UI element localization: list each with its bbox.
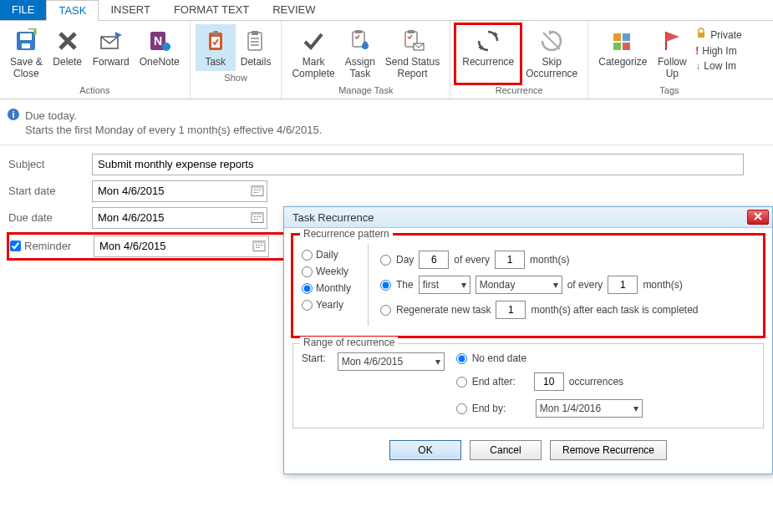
- svg-point-15: [363, 42, 367, 46]
- tab-format-text[interactable]: FORMAT TEXT: [162, 0, 261, 20]
- tab-file[interactable]: FILE: [0, 0, 46, 20]
- details-label: Details: [241, 56, 272, 68]
- opt-day-text2: month(s): [530, 254, 569, 266]
- svg-rect-29: [252, 212, 263, 215]
- calendar-icon[interactable]: [251, 210, 264, 225]
- tab-insert[interactable]: INSERT: [99, 0, 161, 20]
- svg-point-6: [162, 43, 170, 51]
- opt-day-radio[interactable]: [380, 255, 391, 266]
- start-date-label: Start date: [8, 185, 92, 197]
- ribbon-group-show: Task Details Show: [191, 21, 282, 99]
- followup-button[interactable]: Follow Up: [652, 24, 692, 84]
- reminder-checkbox[interactable]: [10, 241, 21, 251]
- group-label-actions: Actions: [5, 84, 185, 97]
- reminder-label-wrap: Reminder: [10, 240, 94, 252]
- delete-icon: [54, 28, 81, 54]
- skip-icon: [538, 28, 565, 54]
- close-icon: [753, 211, 763, 224]
- assign-task-button[interactable]: Assign Task: [340, 24, 380, 84]
- due-date-input[interactable]: [92, 207, 267, 229]
- task-view-button[interactable]: Task: [196, 24, 236, 71]
- high-label: High Im: [702, 45, 736, 57]
- freq-weekly-label: Weekly: [316, 266, 348, 267]
- svg-rect-31: [253, 241, 265, 243]
- info-line2: Starts the first Monday of every 1 month…: [25, 124, 322, 136]
- task-icon: [202, 28, 229, 54]
- svg-rect-17: [408, 30, 414, 33]
- opt-day-text1: of every: [454, 254, 490, 266]
- recurrence-button[interactable]: Recurrence: [455, 24, 521, 84]
- ribbon-group-recurrence: Recurrence Skip Occurrence Recurrence: [450, 21, 588, 99]
- send-status-label: Send Status Report: [385, 56, 440, 80]
- forward-label: Forward: [93, 56, 130, 68]
- reminder-label: Reminder: [24, 240, 71, 252]
- close-button[interactable]: [747, 210, 769, 225]
- group-label-recurrence: Recurrence: [455, 84, 582, 97]
- svg-rect-22: [623, 43, 630, 50]
- calendar-icon[interactable]: [251, 183, 264, 199]
- tab-task[interactable]: TASK: [46, 0, 99, 21]
- high-importance-button[interactable]: ! High Im: [695, 43, 736, 58]
- svg-rect-23: [698, 33, 704, 38]
- details-button[interactable]: Details: [236, 24, 277, 71]
- recurrence-label: Recurrence: [462, 56, 514, 68]
- onenote-label: OneNote: [140, 56, 180, 68]
- tags-small-list: Private ! High Im ↓ Low Im: [692, 24, 745, 84]
- exclaim-icon: !: [695, 45, 699, 57]
- due-date-label: Due date: [8, 211, 92, 224]
- ribbon-group-tags: Categorize Follow Up Private ! High Im: [588, 21, 750, 99]
- dialog-title-bar: Task Recurrence: [284, 207, 772, 228]
- send-status-button[interactable]: Send Status Report: [380, 24, 445, 84]
- info-line1: Due today.: [25, 109, 77, 122]
- send-status-icon: [399, 28, 426, 54]
- recurrence-dialog: Task Recurrence Recurrence pattern Daily…: [283, 206, 773, 267]
- forward-icon: [98, 28, 125, 54]
- group-label-show: Show: [196, 71, 277, 84]
- freq-daily-label: Daily: [316, 249, 338, 261]
- onenote-button[interactable]: N OneNote: [135, 24, 185, 84]
- low-importance-button[interactable]: ↓ Low Im: [695, 58, 736, 73]
- down-arrow-icon: ↓: [695, 60, 700, 72]
- task-view-label: Task: [205, 56, 226, 68]
- private-button[interactable]: Private: [695, 26, 741, 43]
- dialog-title: Task Recurrence: [292, 211, 374, 224]
- mark-complete-button[interactable]: Mark Complete: [287, 24, 339, 84]
- skip-occurrence-button[interactable]: Skip Occurrence: [521, 24, 582, 84]
- mark-complete-label: Mark Complete: [292, 56, 334, 80]
- opt-day-num[interactable]: [419, 251, 449, 267]
- check-icon: [300, 28, 327, 54]
- save-close-button[interactable]: Save & Close: [5, 24, 48, 84]
- freq-weekly[interactable]: Weekly: [302, 266, 361, 267]
- svg-rect-13: [355, 30, 362, 33]
- subject-input[interactable]: [92, 154, 744, 175]
- private-label: Private: [710, 29, 741, 41]
- assign-task-label: Assign Task: [345, 56, 375, 80]
- ribbon-tabs: FILE TASK INSERT FORMAT TEXT REVIEW: [0, 0, 773, 21]
- forward-button[interactable]: Forward: [88, 24, 135, 84]
- categorize-button[interactable]: Categorize: [593, 24, 652, 84]
- svg-rect-11: [252, 31, 258, 35]
- svg-rect-2: [22, 43, 30, 48]
- start-date-input[interactable]: [92, 180, 267, 202]
- tab-review[interactable]: REVIEW: [261, 0, 327, 20]
- reminder-date-input[interactable]: [94, 236, 269, 257]
- opt-day-months[interactable]: [495, 251, 525, 267]
- svg-rect-9: [213, 31, 218, 35]
- svg-rect-1: [20, 33, 32, 40]
- pattern-legend: Recurrence pattern: [300, 228, 393, 240]
- assign-icon: [347, 28, 374, 54]
- flag-icon: [659, 28, 685, 54]
- recurrence-pattern-fieldset: Recurrence pattern Daily Weekly Monthly …: [292, 235, 764, 267]
- categorize-label: Categorize: [598, 56, 647, 68]
- ribbon: Save & Close Delete Forward N OneNote: [0, 21, 773, 99]
- svg-text:i: i: [12, 109, 14, 119]
- freq-daily[interactable]: Daily: [302, 249, 361, 261]
- lock-icon: [695, 28, 707, 42]
- delete-button[interactable]: Delete: [48, 24, 88, 84]
- svg-rect-21: [613, 43, 621, 50]
- svg-rect-20: [623, 33, 630, 41]
- opt-day-label: Day: [396, 254, 414, 266]
- followup-label: Follow Up: [658, 56, 687, 80]
- calendar-icon[interactable]: [252, 238, 266, 254]
- save-icon: [13, 28, 39, 54]
